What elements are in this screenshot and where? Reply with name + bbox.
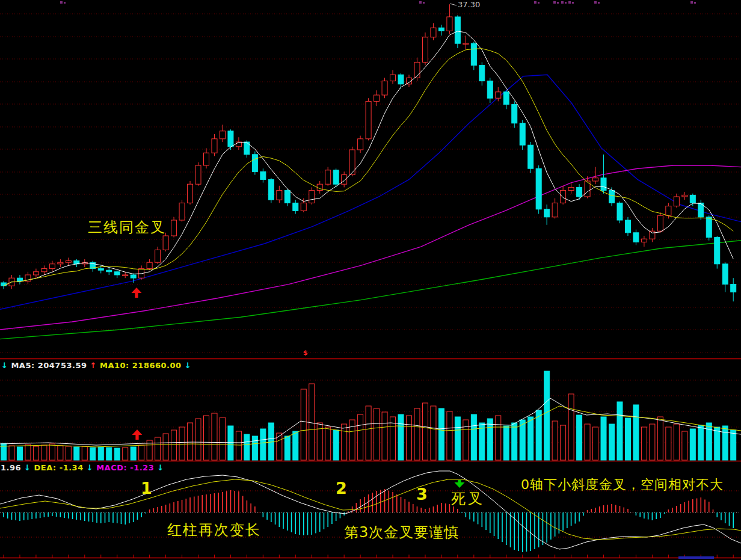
candle — [366, 98, 371, 140]
volume-bar — [722, 426, 728, 460]
volume-ma10-label: MA10: 218660.00 — [100, 361, 182, 370]
candle — [293, 200, 298, 214]
candle — [260, 168, 266, 182]
candle — [431, 23, 436, 40]
volume-bar — [366, 406, 371, 460]
volume-bar — [471, 414, 476, 460]
volume-bar — [625, 418, 630, 460]
candle — [585, 176, 590, 198]
candle — [90, 261, 96, 272]
volume-bar — [349, 420, 355, 460]
candle — [382, 78, 387, 98]
annotation-cross-1: 1 — [141, 480, 152, 496]
volume-bar — [244, 434, 250, 460]
volume-bar — [407, 416, 412, 460]
candle — [106, 267, 112, 275]
volume-bar — [58, 446, 63, 460]
volume-bar — [49, 444, 55, 460]
macd-dif-value: 1.96 — [1, 463, 21, 472]
annotation-cross-3: 3 — [416, 486, 428, 502]
candle — [188, 181, 193, 205]
candle — [220, 125, 225, 142]
volume-bar — [496, 416, 501, 460]
volume-bar — [325, 427, 331, 460]
candle — [277, 186, 282, 203]
volume-bar — [617, 402, 623, 460]
signal-marker-icon — [419, 1, 422, 4]
buy-signal-arrow-icon — [132, 288, 142, 298]
candle — [358, 136, 363, 153]
candle — [374, 90, 380, 106]
candle — [536, 165, 541, 214]
macd-value: MACD: -1.23 — [96, 463, 154, 472]
candle — [309, 187, 315, 205]
volume-bar — [422, 403, 428, 460]
volume-bar — [641, 427, 647, 460]
signal-marker-icon — [553, 1, 556, 4]
volume-bar — [33, 446, 38, 460]
volume-bar — [236, 431, 241, 460]
volume-ma5-down-arrow-icon: ↓ — [1, 361, 8, 370]
volume-bar — [414, 408, 420, 460]
candle — [74, 259, 79, 267]
volume-bar — [447, 411, 452, 460]
candle — [333, 168, 339, 187]
candle — [512, 101, 517, 128]
volume-ma5-up-arrow-icon: ↑ — [90, 361, 97, 370]
candle — [471, 42, 476, 70]
signal-marker-icon — [534, 1, 537, 4]
volume-bar — [593, 427, 598, 460]
volume-bar — [301, 389, 306, 460]
candle — [438, 25, 444, 35]
candle — [625, 217, 630, 236]
volume-bar — [171, 430, 177, 460]
macd-dea-down-arrow-icon: ↓ — [87, 463, 93, 472]
death-cross-arrow-icon — [455, 480, 465, 488]
volume-bar — [633, 405, 639, 460]
candle — [204, 148, 209, 168]
volume-bar — [1, 443, 7, 460]
volume-bar — [463, 420, 469, 460]
volume-bar — [188, 423, 193, 460]
volume-bar — [228, 426, 233, 460]
volume-bar — [398, 414, 404, 460]
chart-canvas — [0, 0, 741, 560]
candle — [657, 212, 663, 233]
volume-bar — [577, 415, 582, 460]
volume-bar — [98, 447, 103, 460]
volume-bar — [503, 426, 509, 460]
candle — [147, 259, 152, 270]
candle — [49, 261, 55, 272]
candle — [66, 257, 71, 265]
volume-signal-arrow-icon — [132, 429, 143, 440]
volume-bar — [293, 431, 298, 460]
volume-bar — [42, 445, 47, 460]
volume-ma5-label: MA5: 204753.59 — [11, 361, 87, 370]
volume-bar — [585, 424, 590, 460]
annotation-red-bars-lengthen: 红柱再次变长 — [167, 523, 261, 537]
volume-bar — [260, 429, 266, 460]
macd-histogram-layer — [4, 489, 733, 552]
macd-down-arrow-icon: ↓ — [157, 463, 164, 472]
volume-bar — [9, 446, 14, 460]
volume-bar — [74, 447, 79, 460]
volume-bar — [358, 414, 363, 460]
signal-marker-icon — [594, 1, 597, 4]
volume-bar — [179, 427, 185, 460]
dollar-marker: $ — [303, 349, 308, 356]
scrollbar-thumb[interactable] — [678, 556, 714, 559]
candle — [552, 198, 558, 219]
volume-bar — [731, 430, 736, 460]
volume-bar — [657, 417, 663, 460]
candle — [25, 272, 31, 285]
candle — [706, 215, 712, 241]
volume-bar — [66, 446, 71, 460]
candle — [617, 202, 623, 223]
candle — [33, 269, 38, 278]
macd-indicator-header: 1.96 ↓ DEA: -1.34 ↓ MACD: -1.23 ↓ — [1, 464, 164, 472]
volume-bar — [114, 448, 120, 460]
volume-bar — [487, 419, 493, 460]
volume-bar — [252, 436, 257, 460]
volume-bar — [520, 420, 525, 460]
candle — [641, 236, 647, 247]
